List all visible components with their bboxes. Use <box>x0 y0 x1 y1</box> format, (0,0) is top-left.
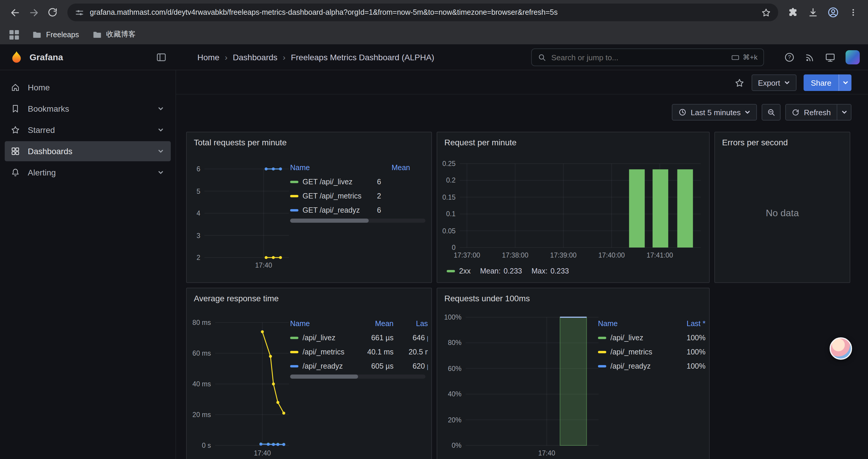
url-input[interactable] <box>90 8 756 17</box>
chevron-down-icon[interactable] <box>158 169 164 175</box>
max-value: 0.233 <box>550 267 569 275</box>
sidebar-item-label: Starred <box>28 125 55 135</box>
browser-reload-button[interactable] <box>44 4 61 21</box>
clock-icon <box>678 108 687 117</box>
series-name[interactable]: 2xx <box>459 267 471 275</box>
mean-label: Mean: <box>480 267 501 275</box>
legend-col-name[interactable]: Name <box>290 164 377 172</box>
series-mean: 40.1 ms <box>357 348 394 356</box>
folder-icon <box>92 30 102 40</box>
chevron-down-icon <box>745 109 751 115</box>
series-swatch <box>290 365 299 367</box>
legend-col-last[interactable]: Last * <box>673 320 706 328</box>
grafana-body: Home Bookmarks Starred Dashboards <box>0 70 868 459</box>
refresh-button[interactable]: Refresh <box>785 104 837 121</box>
user-avatar[interactable] <box>845 50 860 64</box>
sidebar-item-starred[interactable]: Starred <box>5 120 171 140</box>
keyboard-icon <box>731 53 740 62</box>
favorite-dashboard-button[interactable] <box>734 78 744 88</box>
series-name[interactable]: /api/_readyz <box>610 362 651 370</box>
bookmark-folder-blogs[interactable]: 收藏博客 <box>92 30 135 40</box>
series-last: 620 µs <box>394 362 428 370</box>
legend-row: /api/_readyz605 µs620 µs <box>290 359 428 373</box>
browser-actions <box>784 4 862 21</box>
refresh-icon <box>792 108 800 116</box>
sidebar-item-dashboards[interactable]: Dashboards <box>5 141 171 161</box>
panel-title[interactable]: Average response time <box>187 288 431 308</box>
panel-title[interactable]: Total requests per minute <box>187 132 431 153</box>
search-input[interactable] <box>551 53 726 62</box>
chevron-down-icon[interactable] <box>158 148 164 154</box>
grafana-app: Grafana Home Dashboards Freeleaps Metric… <box>0 44 868 459</box>
browser-forward-button[interactable] <box>25 4 42 21</box>
legend-col-name[interactable]: Name <box>290 320 357 328</box>
legend-row: /api/_livez661 µs646 µs <box>290 331 428 345</box>
legend-col-mean[interactable]: Mean <box>377 164 410 172</box>
refresh-interval-button[interactable] <box>837 104 851 121</box>
legend-col-last[interactable]: Last * <box>394 320 428 328</box>
chevron-down-icon[interactable] <box>158 106 164 112</box>
legend-scrollbar[interactable] <box>290 219 426 223</box>
series-name[interactable]: GET /api/_readyz <box>303 206 360 215</box>
extensions-button[interactable] <box>784 4 802 21</box>
legend-scrollbar[interactable] <box>290 374 426 379</box>
dock-menu-button[interactable] <box>156 52 167 62</box>
grafana-logo[interactable] <box>9 50 24 64</box>
bookmark-star-icon[interactable] <box>761 7 771 18</box>
legend-col-name[interactable]: Name <box>598 320 673 328</box>
bookmarks-bar: Freeleaps 收藏博客 <box>0 25 868 44</box>
export-button[interactable]: Export <box>751 74 797 91</box>
bookmark-label: Freeleaps <box>46 30 79 39</box>
site-settings-icon[interactable] <box>74 7 85 18</box>
scrollbar-thumb[interactable] <box>290 374 358 379</box>
panel-title[interactable]: Requests under 100ms <box>437 288 709 308</box>
legend-row: GET /api/_livez6 <box>290 175 410 189</box>
bookmark-label: 收藏博客 <box>106 30 135 40</box>
series-name[interactable]: /api/_metrics <box>303 348 344 356</box>
zoom-out-time-button[interactable] <box>762 104 781 121</box>
url-bar[interactable] <box>67 4 778 21</box>
series-name[interactable]: /api/_livez <box>610 334 643 342</box>
assistant-avatar-button[interactable] <box>830 337 852 360</box>
browser-back-button[interactable] <box>6 4 24 21</box>
kiosk-mode-button[interactable] <box>825 52 836 63</box>
profile-button[interactable] <box>824 4 842 21</box>
news-button[interactable] <box>805 52 815 62</box>
panel-title[interactable]: Errors per second <box>715 132 850 153</box>
help-icon: ? <box>784 52 795 63</box>
series-name[interactable]: /api/_livez <box>303 334 335 342</box>
series-name[interactable]: /api/_metrics <box>610 348 652 356</box>
search-shortcut: ⌘+k <box>731 53 757 62</box>
series-name[interactable]: GET /api/_metrics <box>303 192 362 200</box>
apps-grid-icon[interactable] <box>9 30 19 39</box>
series-name[interactable]: /api/_readyz <box>303 362 343 370</box>
series-last: 646 µs <box>394 334 428 342</box>
sidebar-item-home[interactable]: Home <box>5 77 171 97</box>
sidebar-item-bookmarks[interactable]: Bookmarks <box>5 99 171 119</box>
breadcrumb-home[interactable]: Home <box>197 52 219 62</box>
monitor-icon <box>825 52 836 63</box>
share-menu-button[interactable] <box>838 74 851 91</box>
series-name[interactable]: GET /api/_livez <box>303 178 352 186</box>
bookmark-icon <box>11 104 20 113</box>
legend-col-mean[interactable]: Mean <box>357 320 394 328</box>
max-label: Max: <box>531 267 548 275</box>
breadcrumb-dashboards[interactable]: Dashboards <box>219 52 277 62</box>
time-range-picker[interactable]: Last 5 minutes <box>672 104 757 121</box>
bookmark-folder-freeleaps[interactable]: Freeleaps <box>32 30 79 40</box>
scrollbar-thumb[interactable] <box>290 219 369 223</box>
panel-title[interactable]: Request per minute <box>437 132 709 153</box>
sidebar-item-alerting[interactable]: Alerting <box>5 162 171 183</box>
x-axis: 17:40 <box>205 258 289 269</box>
series-swatch <box>598 365 606 367</box>
share-button[interactable]: Share <box>804 74 838 91</box>
plot-area <box>215 323 289 446</box>
downloads-button[interactable] <box>804 4 822 21</box>
help-button[interactable]: ? <box>784 52 795 63</box>
browser-menu-button[interactable] <box>844 4 862 21</box>
home-icon <box>11 83 20 92</box>
search-box[interactable]: ⌘+k <box>531 48 764 66</box>
chevron-down-icon[interactable] <box>158 127 164 133</box>
series-swatch <box>447 270 455 272</box>
legend-table: NameLast * /api/_livez100% /api/_metrics… <box>598 317 706 373</box>
